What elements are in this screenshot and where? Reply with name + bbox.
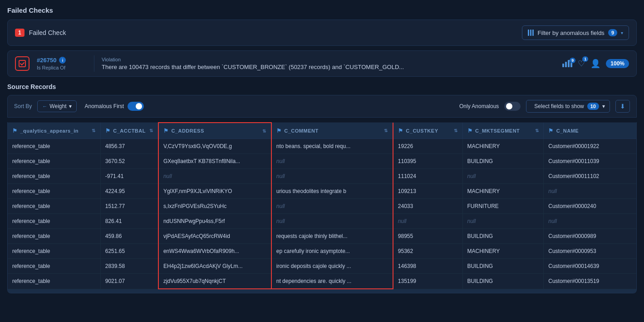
download-button[interactable]: ⬇ — [615, 100, 630, 113]
th-comment[interactable]: ⚑ C_COMMENT ⇅ — [271, 123, 393, 139]
sort-weight-button[interactable]: ← Weight ▾ — [37, 100, 76, 112]
table-cell-name: Customer#00011102 — [544, 169, 636, 184]
table-cell-appears_in: reference_table — [8, 199, 100, 214]
person-icon-button[interactable]: 👤 — [590, 59, 600, 69]
source-records-label: Source Records — [7, 83, 637, 90]
table-cell-name: Customer#0000240 — [544, 199, 636, 214]
table-cell-name: null — [544, 184, 636, 199]
table-cell-name: Customer#00011039 — [544, 154, 636, 169]
table-cell-address: s,IxzFnlPGVEsRu2SYuHc — [158, 199, 271, 214]
table-cell-mktseg: MACHINERY — [462, 139, 544, 154]
sort-by-label: Sort By — [14, 103, 32, 109]
only-anomalous-toggle[interactable] — [504, 102, 521, 111]
table-cell-comment: nt dependencies are. quickly ... — [271, 274, 393, 289]
table-cell-mktseg: MACHINERY — [462, 184, 544, 199]
sort-icon-address: ⇅ — [262, 129, 266, 134]
violation-type-label: Violation — [102, 57, 555, 62]
download-icon: ⬇ — [620, 103, 625, 110]
table-cell-acctbal: -971.41 — [100, 169, 158, 184]
table-cell-comment: null — [271, 169, 393, 184]
sort-icon-custkey: ⇅ — [454, 128, 458, 133]
table-cell-mktseg: MACHINERY — [462, 244, 544, 259]
violation-check-icon — [15, 56, 29, 71]
table-cell-custkey: 98955 — [393, 229, 462, 244]
filter-anomalous-button[interactable]: Filter by anomalous fields 9 ▾ — [522, 25, 629, 40]
table-cell-acctbal: 1512.77 — [100, 199, 158, 214]
table-cell-acctbal: 2839.58 — [100, 259, 158, 274]
table-cell-comment: requests cajole thinly blithel... — [271, 229, 393, 244]
data-table: ⚑ _qualytics_appears_in ⇅ ⚑ C_ACCTBAL ⇅ — [8, 122, 636, 289]
table-cell-appears_in: reference_table — [8, 154, 100, 169]
table-cell-mktseg: BUILDING — [462, 274, 544, 289]
table-cell-address: null — [158, 169, 271, 184]
table-cell-comment: ep carefully ironic asymptote... — [271, 244, 393, 259]
th-appears-in[interactable]: ⚑ _qualytics_appears_in ⇅ — [8, 123, 100, 139]
table-cell-acctbal: 4224.95 — [100, 184, 158, 199]
table-cell-appears_in: reference_table — [8, 169, 100, 184]
table-scroll-hint — [8, 289, 636, 293]
table-controls: Sort By ← Weight ▾ Anomalous First Only … — [7, 95, 637, 118]
arrow-left-icon: ← — [42, 104, 47, 109]
col-label-address: C_ADDRESS — [171, 128, 204, 134]
table-cell-name: Customer#00014639 — [544, 259, 636, 274]
chevron-down-icon: ▾ — [621, 30, 623, 35]
bars-count-badge: 9 — [570, 58, 575, 63]
table-row: reference_table4224.95YglXF,nmP9XJLviVlN… — [8, 184, 636, 199]
table-row: reference_table4856.37V,CzVT9YsxtiG,VqOV… — [8, 139, 636, 154]
table-cell-mktseg: BUILDING — [462, 154, 544, 169]
table-cell-acctbal: 4856.37 — [100, 139, 158, 154]
bars-icon-button[interactable]: 9 — [562, 60, 572, 67]
select-fields-button[interactable]: Select fields to show 10 ▾ — [526, 100, 610, 113]
table-cell-custkey: 110395 — [393, 154, 462, 169]
only-anomalous-label: Only Anomalous — [459, 103, 499, 109]
select-fields-label: Select fields to show — [534, 103, 584, 109]
table-header-row: ⚑ _qualytics_appears_in ⇅ ⚑ C_ACCTBAL ⇅ — [8, 123, 636, 139]
table-row: reference_table9021.07zjdVu955X7ub7qNqnk… — [8, 274, 636, 289]
th-name[interactable]: ⚑ C_NAME — [544, 123, 636, 139]
sort-icon-comment: ⇅ — [384, 128, 388, 133]
heart-icon-button[interactable]: ♡ 1 — [578, 59, 585, 69]
th-address[interactable]: ⚑ C_ADDRESS ⇅ — [158, 123, 271, 139]
table-row: reference_table3670.52GXeq8aetbxT KB78ST… — [8, 154, 636, 169]
anomalous-first-toggle-group: Anomalous First — [85, 102, 144, 111]
violation-card: #26750 i Is Replica Of Violation There a… — [7, 50, 637, 77]
flag-icon-address: ⚑ — [163, 128, 169, 134]
filter-anomalous-label: Filter by anomalous fields — [537, 30, 604, 36]
sort-icon-appears-in: ⇅ — [92, 128, 96, 133]
anomalous-first-label: Anomalous First — [85, 103, 124, 109]
table-cell-mktseg: BUILDING — [462, 259, 544, 274]
violation-text-block: Violation There are 100473 records that … — [102, 57, 555, 70]
table-cell-address: V,CzVT9YsxtiG,VqOV0DE,g — [158, 139, 271, 154]
table-cell-name: Customer#0000989 — [544, 229, 636, 244]
table-cell-appears_in: reference_table — [8, 214, 100, 229]
th-mktseg[interactable]: ⚑ C_MKTSEGMENT ⇅ — [462, 123, 544, 139]
violation-description: There are 100473 records that differ bet… — [102, 64, 419, 70]
col-label-acctbal: C_ACCTBAL — [113, 128, 146, 134]
table-cell-comment: null — [271, 199, 393, 214]
violation-id[interactable]: #26750 — [37, 57, 56, 64]
failed-count-badge: 1 — [15, 29, 25, 37]
table-cell-name: null — [544, 214, 636, 229]
table-cell-custkey: null — [393, 214, 462, 229]
th-custkey[interactable]: ⚑ C_CUSTKEY ⇅ — [393, 123, 462, 139]
flag-icon-name: ⚑ — [548, 128, 554, 134]
table-cell-appears_in: reference_table — [8, 274, 100, 289]
flag-icon-acctbal: ⚑ — [105, 128, 111, 134]
table-cell-acctbal: 9021.07 — [100, 274, 158, 289]
table-cell-appears_in: reference_table — [8, 259, 100, 274]
anomalous-first-toggle[interactable] — [128, 102, 144, 111]
th-acctbal[interactable]: ⚑ C_ACCTBAL ⇅ — [100, 123, 158, 139]
table-cell-custkey: 146398 — [393, 259, 462, 274]
table-cell-address: ndUSNNPwgPpu4ss,F5rf — [158, 214, 271, 229]
table-cell-acctbal: 6251.65 — [100, 244, 158, 259]
table-cell-comment: null — [271, 214, 393, 229]
col-label-name: C_NAME — [556, 128, 579, 134]
person-icon: 👤 — [590, 59, 600, 69]
table-cell-appears_in: reference_table — [8, 184, 100, 199]
table-cell-mktseg: FURNITURE — [462, 199, 544, 214]
table-cell-name: Customer#00001922 — [544, 139, 636, 154]
flag-icon-comment: ⚑ — [276, 128, 282, 134]
table-cell-comment: null — [271, 154, 393, 169]
sort-chevron-icon: ▾ — [69, 103, 72, 109]
violation-id-block: #26750 i Is Replica Of — [37, 57, 87, 70]
